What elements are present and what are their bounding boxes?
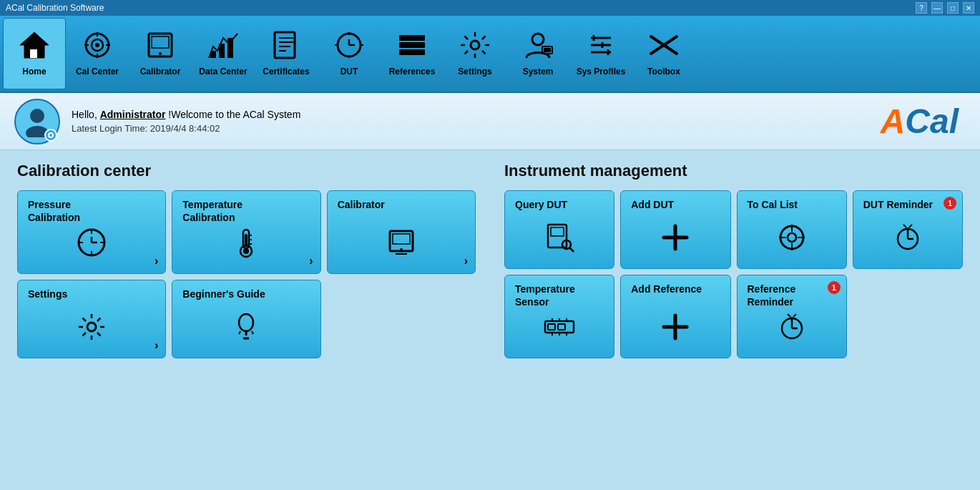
main-content: Calibration center PressureCalibration ›… bbox=[0, 150, 980, 370]
svg-rect-33 bbox=[544, 48, 551, 52]
nav-label-toolbox: Toolbox bbox=[647, 67, 680, 77]
temp-cal-arrow: › bbox=[309, 255, 313, 268]
card-title-add-reference: Add Reference bbox=[631, 283, 720, 295]
card-title-settings: Settings bbox=[28, 288, 155, 300]
nav-item-references[interactable]: References bbox=[381, 18, 444, 89]
svg-rect-28 bbox=[399, 42, 425, 48]
card-ref-reminder[interactable]: Reference Reminder 1 bbox=[737, 275, 847, 358]
instrument-management-grid: Query DUT Add DUT To Cal List bbox=[504, 190, 963, 358]
settings-nav-icon bbox=[459, 31, 491, 64]
svg-rect-1 bbox=[30, 49, 37, 58]
nav-item-system[interactable]: System bbox=[506, 18, 569, 89]
svg-line-68 bbox=[239, 331, 240, 334]
nav-item-calibrator[interactable]: Calibrator bbox=[129, 18, 192, 89]
nav-item-data-center[interactable]: Data Center bbox=[192, 18, 255, 89]
svg-point-42 bbox=[30, 109, 44, 123]
nav-label-cal-center: Cal Center bbox=[76, 67, 119, 77]
temp-cal-icon bbox=[182, 227, 310, 265]
svg-rect-88 bbox=[545, 321, 574, 333]
svg-point-30 bbox=[471, 41, 479, 49]
window-controls[interactable]: ? — □ ✕ bbox=[916, 2, 974, 14]
temp-sensor-icon bbox=[515, 311, 604, 349]
cal-center-icon bbox=[82, 31, 113, 64]
card-query-dut[interactable]: Query DUT bbox=[504, 190, 614, 269]
svg-point-65 bbox=[239, 314, 253, 331]
svg-point-45 bbox=[49, 134, 52, 137]
card-add-reference[interactable]: Add Reference bbox=[620, 275, 730, 358]
references-icon bbox=[396, 31, 428, 64]
card-beginners-guide[interactable]: Beginner's Guide bbox=[172, 280, 320, 358]
avatar bbox=[14, 99, 60, 144]
welcome-message: !Welcome to the ACal System bbox=[165, 109, 300, 120]
nav-label-system: System bbox=[523, 67, 554, 77]
help-btn[interactable]: ? bbox=[916, 2, 927, 14]
nav-label-data-center: Data Center bbox=[199, 67, 247, 77]
login-label: Latest Login Time: bbox=[72, 123, 150, 134]
svg-line-69 bbox=[252, 331, 253, 334]
login-time-line: Latest Login Time: 2019/4/4 8:44:02 bbox=[72, 123, 300, 134]
calibration-center-grid: PressureCalibration › TemperatureCalibra… bbox=[17, 190, 476, 358]
home-icon bbox=[19, 31, 50, 64]
calibrator-card-icon bbox=[338, 227, 465, 265]
nav-item-cal-center[interactable]: Cal Center bbox=[66, 18, 129, 89]
nav-item-toolbox[interactable]: Toolbox bbox=[632, 18, 695, 89]
svg-line-73 bbox=[569, 248, 574, 252]
card-to-cal-list[interactable]: To Cal List bbox=[737, 190, 847, 269]
svg-point-56 bbox=[243, 248, 249, 254]
card-temp-cal[interactable]: TemperatureCalibration › bbox=[172, 190, 320, 274]
card-title-temp: TemperatureCalibration bbox=[182, 198, 310, 224]
data-center-icon bbox=[207, 31, 239, 64]
svg-point-11 bbox=[159, 52, 162, 55]
dut-icon bbox=[333, 31, 365, 64]
card-title-ref-reminder: Reference Reminder bbox=[748, 283, 836, 308]
guide-card-icon bbox=[182, 311, 310, 349]
nav-item-dut[interactable]: DUT bbox=[318, 18, 381, 89]
nav-item-sys-profiles[interactable]: Sys Profiles bbox=[569, 18, 632, 89]
svg-rect-55 bbox=[245, 234, 248, 247]
calibrator-card-arrow: › bbox=[464, 255, 468, 268]
nav-label-certificates: Certificates bbox=[263, 67, 309, 77]
avatar-badge bbox=[44, 129, 57, 142]
calibration-center-title: Calibration center bbox=[17, 162, 476, 180]
svg-rect-90 bbox=[558, 324, 565, 330]
svg-rect-27 bbox=[399, 49, 425, 55]
minimize-btn[interactable]: — bbox=[931, 2, 943, 14]
card-title-temp-sensor: Temperature Sensor bbox=[515, 283, 604, 308]
add-dut-icon bbox=[631, 222, 720, 260]
ref-reminder-badge: 1 bbox=[828, 281, 841, 294]
svg-rect-89 bbox=[548, 324, 555, 330]
login-time-value: 2019/4/4 8:44:02 bbox=[150, 123, 220, 134]
svg-rect-29 bbox=[399, 35, 425, 41]
nav-label-calibrator: Calibrator bbox=[140, 67, 181, 77]
card-settings[interactable]: Settings › bbox=[17, 280, 166, 358]
card-title-dut-reminder: DUT Reminder bbox=[863, 198, 952, 211]
card-title-calibrator: Calibrator bbox=[338, 198, 465, 211]
svg-point-4 bbox=[95, 43, 99, 47]
card-calibrator[interactable]: Calibrator › bbox=[327, 190, 476, 274]
restore-btn[interactable]: □ bbox=[947, 2, 959, 14]
svg-rect-61 bbox=[393, 234, 410, 244]
svg-rect-10 bbox=[152, 36, 169, 48]
svg-line-87 bbox=[909, 225, 912, 227]
nav-item-home[interactable]: Home bbox=[3, 18, 66, 89]
calibration-center-section: Calibration center PressureCalibration ›… bbox=[17, 162, 476, 358]
card-add-dut[interactable]: Add DUT bbox=[620, 190, 730, 269]
card-dut-reminder[interactable]: DUT Reminder 1 bbox=[853, 190, 963, 269]
card-temp-sensor[interactable]: Temperature Sensor bbox=[504, 275, 614, 358]
nav-label-sys-profiles: Sys Profiles bbox=[577, 67, 626, 77]
sys-profiles-icon bbox=[585, 31, 617, 64]
close-btn[interactable]: ✕ bbox=[963, 2, 974, 14]
svg-rect-71 bbox=[551, 227, 564, 236]
settings-card-icon bbox=[28, 311, 155, 349]
query-dut-icon bbox=[515, 222, 604, 260]
system-icon bbox=[522, 31, 554, 64]
svg-rect-15 bbox=[275, 32, 295, 58]
dut-reminder-badge: 1 bbox=[944, 197, 956, 210]
greeting: Hello, bbox=[72, 109, 100, 120]
nav-item-certificates[interactable]: Certificates bbox=[255, 18, 318, 89]
card-pressure-cal[interactable]: PressureCalibration › bbox=[17, 190, 166, 274]
card-title-query-dut: Query DUT bbox=[515, 198, 604, 211]
certificates-icon bbox=[270, 31, 302, 64]
nav-item-settings[interactable]: Settings bbox=[444, 18, 506, 89]
username: Administrator bbox=[100, 109, 166, 120]
